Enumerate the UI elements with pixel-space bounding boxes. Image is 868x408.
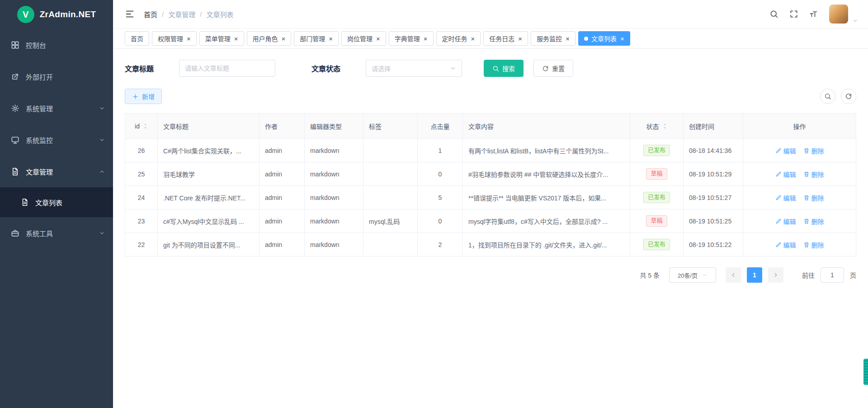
tab-label: 岗位管理 — [347, 34, 373, 43]
reset-button[interactable]: 重置 — [533, 60, 573, 77]
column-header-status[interactable]: 状态 — [630, 114, 684, 139]
tab-dict[interactable]: 字典管理× — [389, 31, 434, 46]
tab-label: 部门管理 — [300, 34, 325, 43]
search-button[interactable]: 搜索 — [484, 60, 524, 77]
sidebar-item-label: 系统工具 — [26, 228, 53, 238]
edit-button[interactable]: 编辑 — [775, 146, 796, 155]
edit-icon — [775, 147, 782, 154]
cell-title: C#两个list集合实现关联，... — [158, 139, 259, 162]
delete-button[interactable]: 删除 — [803, 146, 824, 155]
caret-down-icon[interactable] — [853, 18, 858, 24]
menu-fold-icon[interactable] — [125, 9, 135, 19]
sidebar-item-external[interactable]: 外部打开 — [0, 61, 113, 92]
tab-server[interactable]: 服务监控× — [531, 31, 576, 46]
refresh-icon — [542, 65, 549, 72]
tab-label: 服务监控 — [537, 34, 562, 43]
refresh-table-button[interactable] — [841, 89, 856, 104]
table-body: 26C#两个list集合实现关联，...adminmarkdown1有两个lis… — [125, 139, 856, 256]
tab-home[interactable]: 首页 — [125, 31, 149, 46]
tab-article-list[interactable]: 文章列表× — [578, 31, 630, 46]
row-actions: 编辑删除 — [775, 170, 824, 179]
tab-close-icon[interactable]: × — [566, 35, 570, 42]
title-filter-input[interactable] — [179, 60, 275, 77]
app-logo[interactable]: V ZrAdmin.NET — [0, 0, 113, 29]
trash-icon — [803, 242, 810, 248]
status-badge: 已发布 — [643, 192, 670, 203]
fullscreen-icon[interactable] — [789, 9, 798, 19]
status-filter-select[interactable]: 请选择 — [366, 60, 462, 77]
user-avatar[interactable] — [829, 5, 848, 24]
goto-unit: 页 — [850, 270, 856, 280]
cell-tags — [363, 186, 418, 209]
tab-user-role[interactable]: 用户角色× — [247, 31, 292, 46]
next-page-button[interactable] — [768, 267, 783, 283]
cell-status: 草稿 — [630, 209, 684, 233]
tab-close-icon[interactable]: × — [329, 35, 333, 42]
chevron-down-icon — [450, 65, 456, 71]
tab-close-icon[interactable]: × — [620, 35, 624, 42]
edit-button[interactable]: 编辑 — [775, 217, 796, 226]
edit-button[interactable]: 编辑 — [775, 170, 796, 179]
tab-menu[interactable]: 菜单管理× — [199, 31, 244, 46]
chevron-up-icon — [99, 169, 105, 175]
column-label: 状态 — [646, 122, 659, 131]
sidebar-item-label: 外部打开 — [26, 72, 53, 81]
app-title: ZrAdmin.NET — [40, 9, 96, 19]
font-size-icon[interactable] — [809, 9, 818, 19]
add-button[interactable]: 新增 — [125, 89, 162, 104]
tab-close-icon[interactable]: × — [376, 35, 380, 42]
tab-label: 文章列表 — [591, 34, 617, 43]
edit-icon — [775, 218, 782, 224]
edit-button[interactable]: 编辑 — [775, 193, 796, 202]
breadcrumb-article-manage[interactable]: 文章管理 — [168, 9, 195, 19]
table-toolbar: 新增 — [113, 77, 868, 104]
cell-content: 有两个list,listA 和listB，listA中有三个属性列为St... — [463, 139, 630, 162]
sidebar-item-monitor[interactable]: 系统监控 — [0, 124, 113, 156]
cell-hits: 1 — [418, 139, 463, 162]
delete-button[interactable]: 删除 — [803, 240, 824, 249]
sidebar-item-article[interactable]: 文章管理 — [0, 156, 113, 187]
prev-page-button[interactable] — [726, 267, 741, 283]
delete-button[interactable]: 删除 — [803, 193, 824, 202]
search-icon[interactable] — [769, 9, 778, 19]
page-number-1[interactable]: 1 — [747, 267, 762, 283]
cell-actions: 编辑删除 — [743, 233, 856, 256]
tab-job-log[interactable]: 任务日志× — [483, 31, 528, 46]
page-size-select[interactable]: 20条/页 — [669, 267, 716, 283]
breadcrumb-home[interactable]: 首页 — [144, 9, 157, 19]
sidebar-item-dashboard[interactable]: 控制台 — [0, 29, 113, 61]
cell-title: c#写入Mysql中文显示乱码 ... — [158, 209, 259, 233]
delete-button[interactable]: 删除 — [803, 217, 824, 226]
cell-id: 22 — [125, 233, 158, 256]
goto-page-input[interactable] — [821, 267, 844, 283]
tab-job[interactable]: 定时任务× — [436, 31, 481, 46]
tab-close-icon[interactable]: × — [282, 35, 286, 42]
tab-close-icon[interactable]: × — [187, 35, 191, 42]
scrollbar-thumb[interactable] — [863, 359, 868, 385]
chevron-down-icon — [702, 272, 708, 278]
tab-dept[interactable]: 部门管理× — [294, 31, 339, 46]
table-row: 23c#写入Mysql中文显示乱码 ...adminmarkdownmysql,… — [125, 209, 856, 233]
toggle-search-button[interactable] — [820, 89, 835, 104]
tab-close-icon[interactable]: × — [471, 35, 475, 42]
tab-perm[interactable]: 权限管理× — [152, 31, 197, 46]
sidebar-item-tools[interactable]: 系统工具 — [0, 217, 113, 249]
tab-label: 任务日志 — [489, 34, 514, 43]
sort-icons[interactable] — [662, 123, 667, 130]
tab-post[interactable]: 岗位管理× — [341, 31, 386, 46]
cell-created: 08-19 10:51:29 — [684, 162, 743, 186]
edit-button[interactable]: 编辑 — [775, 240, 796, 249]
tab-close-icon[interactable]: × — [234, 35, 238, 42]
tab-close-icon[interactable]: × — [424, 35, 428, 42]
tab-label: 字典管理 — [395, 34, 420, 43]
tab-label: 菜单管理 — [205, 34, 231, 43]
sidebar-item-article-list[interactable]: 文章列表 — [0, 187, 113, 217]
tab-label: 权限管理 — [158, 34, 183, 43]
sidebar-item-system[interactable]: 系统管理 — [0, 92, 113, 124]
column-header-id[interactable]: id — [125, 114, 158, 139]
delete-button[interactable]: 删除 — [803, 170, 824, 179]
row-actions: 编辑删除 — [775, 217, 824, 226]
top-bar: 首页 / 文章管理 / 文章列表 — [113, 0, 868, 28]
sort-icons[interactable] — [143, 123, 148, 130]
tab-close-icon[interactable]: × — [518, 35, 522, 42]
